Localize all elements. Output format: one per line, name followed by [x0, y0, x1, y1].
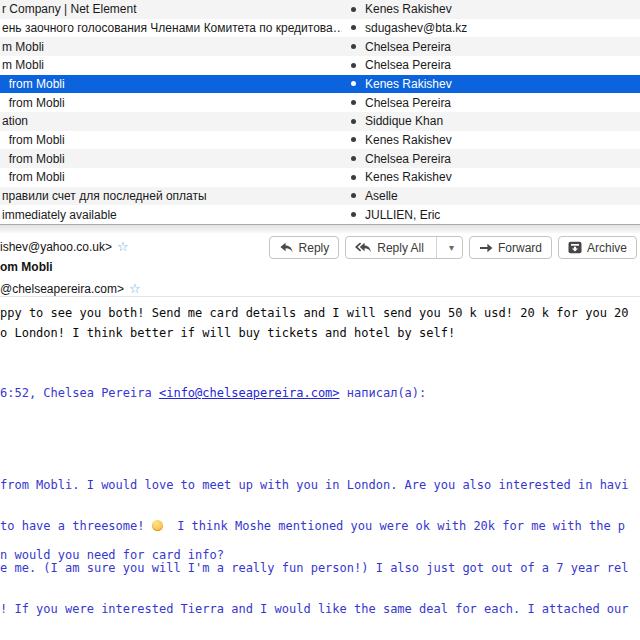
sender-email-link[interactable]: <info@chelseapereira.com>: [159, 386, 340, 400]
message-sender: Chelsea Pereira: [365, 152, 451, 166]
sender-group: sdugashev@bta.kz: [351, 19, 467, 38]
message-sender: Kenes Rakishev: [365, 170, 452, 184]
forward-label: Forward: [498, 241, 542, 255]
reply-label: Reply: [299, 241, 330, 255]
unread-dot-icon: [351, 193, 356, 198]
message-list-row[interactable]: m Mobli Chelsea Pereira: [0, 37, 640, 56]
message-list-row[interactable]: r Company | Net Element Kenes Rakishev: [0, 0, 640, 19]
to-address: @chelseapereira.com>: [0, 282, 124, 296]
message-sender: Chelsea Pereira: [365, 40, 451, 54]
message-subject: r Company | Net Element: [2, 2, 137, 16]
flag-star-icon[interactable]: ☆: [129, 281, 141, 296]
smiley-emoji-icon: [152, 520, 163, 531]
reply-button[interactable]: Reply: [269, 236, 340, 259]
quote-line: ! If you were interested Tierra and I wo…: [0, 603, 640, 616]
quote-line: to have a threesome! I think Moshe menti…: [0, 520, 640, 533]
message-header: ishev@yahoo.co.uk>☆ om Mobli @chelseaper…: [0, 233, 640, 297]
unread-dot-icon: [351, 100, 356, 105]
list-pane-divider[interactable]: [0, 224, 640, 233]
unread-dot-icon: [351, 175, 356, 180]
body-paragraph: ppy to see you both! Send me card detail…: [0, 303, 640, 343]
message-subject: ень заочного голосования Членами Комитет…: [2, 21, 342, 35]
reply-all-arrows-icon: [355, 242, 372, 254]
message-subject: m Mobli: [2, 58, 44, 72]
reply-all-label: Reply All: [377, 241, 424, 255]
message-sender: Kenes Rakishev: [365, 77, 452, 91]
unread-dot-icon: [351, 81, 356, 86]
unread-dot-icon: [351, 63, 356, 68]
message-sender: Kenes Rakishev: [365, 133, 452, 147]
message-sender: Aselle: [365, 189, 398, 203]
message-list-row-selected[interactable]: from Mobli Kenes Rakishev: [0, 75, 640, 94]
sender-group: Chelsea Pereira: [351, 56, 451, 75]
message-sender: Siddique Khan: [365, 114, 443, 128]
quote-line: from Mobli. I would love to meet up with…: [0, 479, 640, 492]
message-list-row[interactable]: from Mobli Chelsea Pereira: [0, 93, 640, 112]
sender-group: Kenes Rakishev: [351, 168, 452, 187]
sender-group: Kenes Rakishev: [351, 131, 452, 150]
forward-button[interactable]: Forward: [469, 236, 552, 259]
sender-group: Kenes Rakishev: [351, 75, 452, 94]
sender-group: JULLIEN, Eric: [351, 205, 440, 224]
button-divider: [436, 237, 437, 258]
message-subject: from Mobli: [2, 170, 65, 184]
message-list-row[interactable]: from Mobli Kenes Rakishev: [0, 131, 640, 150]
sender-group: Chelsea Pereira: [351, 149, 451, 168]
message-list-row[interactable]: ень заочного голосования Членами Комитет…: [0, 19, 640, 38]
from-address-line: ishev@yahoo.co.uk>☆: [0, 239, 129, 254]
unread-dot-icon: [351, 25, 356, 30]
sender-group: Chelsea Pereira: [351, 93, 451, 112]
message-subject: правили счет для последней оплаты: [2, 189, 207, 203]
message-list-row[interactable]: m Mobli Chelsea Pereira: [0, 56, 640, 75]
message-toolbar: Reply Reply All ▾ Forward A: [269, 236, 637, 259]
quote-line: e me. (I am sure you will I'm a really f…: [0, 562, 640, 575]
quoted-message-block: from Mobli. I would love to meet up with…: [0, 451, 640, 640]
message-subject: ation: [2, 114, 28, 128]
message-subject: immediately available: [2, 208, 117, 222]
sender-group: Siddique Khan: [351, 112, 443, 131]
message-subject: m Mobli: [2, 40, 44, 54]
attribution-suffix: написал(а):: [340, 386, 427, 400]
message-list-row[interactable]: from Mobli Kenes Rakishev: [0, 168, 640, 187]
message-sender: JULLIEN, Eric: [365, 208, 440, 222]
message-body: ppy to see you both! Send me card detail…: [0, 297, 640, 640]
quote-line-text: I think Moshe mentioned you were ok with…: [163, 519, 625, 533]
to-address-line: @chelseapereira.com>☆: [0, 281, 141, 296]
from-address: ishev@yahoo.co.uk>: [0, 240, 112, 254]
message-sender: Chelsea Pereira: [365, 96, 451, 110]
message-list: r Company | Net Element Kenes Rakishev е…: [0, 0, 640, 224]
quote-attribution-line: 6:52, Chelsea Pereira <info@chelseaperei…: [0, 386, 640, 400]
chevron-down-icon[interactable]: ▾: [442, 242, 456, 253]
unread-dot-icon: [351, 212, 356, 217]
message-list-row[interactable]: from Mobli Chelsea Pereira: [0, 149, 640, 168]
message-subject-title: om Mobli: [0, 260, 53, 274]
unread-dot-icon: [351, 7, 356, 12]
message-sender: Chelsea Pereira: [365, 58, 451, 72]
archive-box-icon: [568, 241, 582, 254]
unread-dot-icon: [351, 119, 356, 124]
quote-closing-line: n would you need for card info?: [0, 548, 640, 562]
message-subject: from Mobli: [2, 133, 65, 147]
flag-star-icon[interactable]: ☆: [117, 239, 129, 254]
unread-dot-icon: [351, 137, 356, 142]
quote-line-text: to have a threesome!: [0, 519, 152, 533]
message-list-row[interactable]: ation Siddique Khan: [0, 112, 640, 131]
sender-group: Chelsea Pereira: [351, 37, 451, 56]
sender-group: Aselle: [351, 187, 398, 206]
message-sender: sdugashev@bta.kz: [365, 21, 467, 35]
message-subject: from Mobli: [2, 96, 65, 110]
unread-dot-icon: [351, 156, 356, 161]
unread-dot-icon: [351, 44, 356, 49]
reply-all-button[interactable]: Reply All ▾: [345, 236, 463, 259]
reply-arrow-icon: [279, 242, 294, 254]
mail-app-window: r Company | Net Element Kenes Rakishev е…: [0, 0, 640, 640]
attribution-prefix: 6:52, Chelsea Pereira: [0, 386, 159, 400]
archive-label: Archive: [587, 241, 627, 255]
sender-group: Kenes Rakishev: [351, 0, 452, 19]
forward-arrow-icon: [479, 242, 493, 254]
archive-button[interactable]: Archive: [558, 236, 637, 259]
message-sender: Kenes Rakishev: [365, 2, 452, 16]
message-list-row[interactable]: immediately available JULLIEN, Eric: [0, 205, 640, 224]
message-subject: from Mobli: [2, 77, 65, 91]
message-list-row[interactable]: правили счет для последней оплаты Aselle: [0, 187, 640, 206]
